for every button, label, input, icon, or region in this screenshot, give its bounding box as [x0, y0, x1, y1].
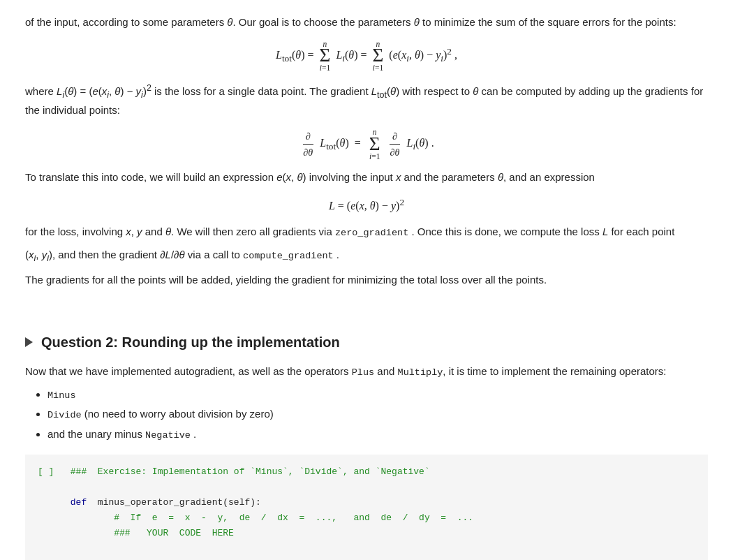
zero-gradient-code: zero_gradient	[335, 228, 408, 238]
code-block: [ ] ### Exercise: Implementation of `Min…	[25, 455, 708, 560]
list-item-negative: and the unary minus Negative .	[47, 426, 708, 443]
question2-header: Question 2: Rounding up the implementati…	[25, 331, 708, 353]
list-item-divide: Divide (no need to worry about division …	[47, 406, 708, 423]
question2-title: Question 2: Rounding up the implementati…	[41, 331, 340, 353]
divide-code: Divide	[47, 410, 82, 420]
code-def-minus: def	[71, 497, 87, 508]
code-comment-minus: # If e = x - y, de / dx = ..., and de / …	[114, 513, 473, 523]
intro-line2: where Li(θ) = (e(xi, θ) − yi)2 is the lo…	[25, 81, 708, 119]
code-minus-func: minus_operator_gradient	[98, 497, 223, 508]
formula-gradient: ∂ ∂θ Ltot(θ) = n Σ i=1 ∂ ∂θ Li(θ) .	[25, 128, 708, 161]
minus-code: Minus	[47, 390, 76, 401]
operators-list: Minus Divide (no need to worry about div…	[47, 386, 708, 443]
translate-para: To translate this into code, we will bui…	[25, 169, 708, 186]
negative-period: .	[193, 428, 196, 440]
multiply-code: Multiply	[398, 367, 443, 378]
formula-ltot: Ltot(θ) = n Σ i=1 Li(θ) = n Σ i=1 (e(xi,…	[25, 40, 708, 73]
compute-gradient-code: compute_gradient	[243, 251, 334, 261]
collapse-triangle[interactable]	[25, 337, 33, 347]
intro-line1: of the input, according to some paramete…	[25, 14, 708, 31]
formula-L: L = (e(x, θ) − y)2	[25, 195, 708, 215]
list-item-minus: Minus	[47, 386, 708, 404]
divide-note: (no need to worry about division by zero…	[84, 408, 274, 420]
q2-intro: Now that we have implemented autogradien…	[25, 363, 708, 381]
loss-para: for the loss, involving x, y and θ. We w…	[25, 223, 708, 241]
code-your-code-1: ### YOUR CODE HERE	[114, 528, 234, 538]
code-line1: [ ] ### Exercise: Implementation of `Min…	[38, 466, 430, 477]
compute-para: (xi, yi), and then the gradient ∂L/∂θ vi…	[25, 246, 708, 266]
gradients-para: The gradients for all the points will be…	[25, 272, 708, 289]
plus-code: Plus	[352, 367, 374, 378]
negative-code: Negative	[145, 430, 191, 441]
negative-label: and the unary minus	[47, 428, 145, 440]
